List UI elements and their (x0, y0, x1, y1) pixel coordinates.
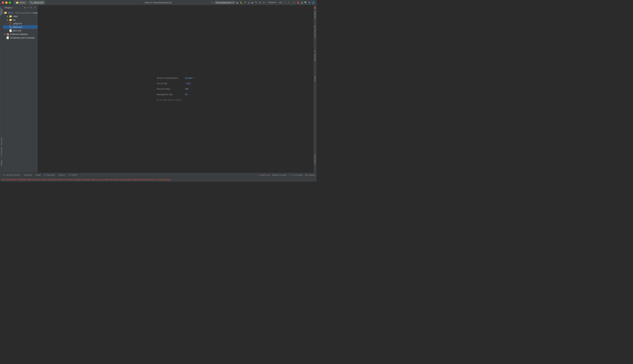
git-check-icon[interactable]: ✓ (283, 1, 286, 4)
tree-idea[interactable]: ▶ 📁 .idea (3, 14, 38, 18)
plantuml-badge (314, 50, 315, 52)
bottom-right-area: ⚠ Event Log JRebel Console 7 ↑ / no remo… (258, 174, 315, 176)
word-book-tab[interactable]: Word Book (313, 154, 316, 165)
settings-gear-icon[interactable]: ⚙ (30, 6, 33, 9)
main-toolbar: ⬡ DemoApplication ▾ ▶ 🐛 ☂ ◎ ▶ 🔨 ⚙ ↻ JReb… (211, 1, 314, 4)
spring-tab[interactable]: Spring (57, 173, 67, 177)
go-to-file-label: Go to File (157, 82, 183, 85)
idea-arrow: ▶ (7, 15, 9, 17)
tree-src[interactable]: ▶ 📁 src (3, 18, 38, 22)
todo-num: 6: (69, 174, 71, 176)
project-panel: Project ▾ ⊕ ≡ ⚙ ✕ ▾ 📁 demo ~/Downloads/d… (3, 5, 38, 172)
jrebel-console-item[interactable]: JRebel Console (272, 174, 286, 176)
traffic-lights[interactable] (2, 2, 11, 4)
navigation-bar-shortcut: ⌘↑ (185, 93, 188, 96)
demo-iml-tab[interactable]: 🔧 demo.iml (28, 0, 45, 5)
window-title: demo [~/Downloads/demo] (145, 1, 172, 4)
todo-tab[interactable]: 6: TODO (67, 173, 79, 177)
layout-icon[interactable]: ▤ (300, 1, 303, 4)
project-tab[interactable]: 📁 demo (14, 0, 27, 5)
profile-button[interactable]: ◎ (247, 1, 250, 4)
git-info-item[interactable]: 7 ↑ / no remote (289, 174, 302, 176)
search-everywhere-icon[interactable]: 🔍 (304, 1, 307, 4)
project-panel-tab[interactable]: Project (0, 7, 3, 16)
git-branch-item[interactable]: Git: master (305, 174, 315, 176)
terminal-tab[interactable]: Terminal (22, 173, 34, 177)
bookmark-icon[interactable]: 🔖 (296, 1, 299, 4)
locate-icon[interactable]: ⊕ (24, 6, 26, 9)
version-control-tab[interactable]: 9: Version Control (2, 173, 22, 177)
build-tab[interactable]: Build (34, 173, 42, 177)
status-bar: Auto fetch failed // ERROR: Repository n… (0, 177, 316, 182)
tree-scratches[interactable]: ▶ 📝 Scratches and Consoles (3, 36, 38, 40)
tree-root[interactable]: ▾ 📁 demo ~/Downloads/demo master (3, 11, 38, 14)
root-folder-icon: 📁 (4, 11, 7, 14)
run-button[interactable]: ▶ (236, 1, 239, 4)
extlibs-icon: 📚 (7, 33, 10, 36)
run-configuration[interactable]: DemoApplication ▾ (214, 1, 235, 4)
jrebel-label[interactable]: JRebel ▾ (268, 1, 276, 4)
navigation-bar-label: Navigation Bar (157, 93, 183, 96)
search-everywhere-hint[interactable]: Search Everywhere Double ⇧ (157, 76, 195, 80)
recent-files-hint[interactable]: Recent Files ⌘E (157, 88, 195, 90)
build-icon[interactable]: 🔨 (255, 1, 258, 4)
src-arrow: ▶ (7, 19, 9, 21)
run-stop-button[interactable]: ▶ (251, 1, 254, 4)
navigate-back-icon[interactable]: ⬡ (211, 1, 214, 4)
collapse-all-icon[interactable]: ≡ (27, 6, 29, 9)
drop-files-label: Drop files here to open (157, 98, 183, 101)
minimize-button[interactable] (5, 2, 8, 4)
error-icon: ⚠ (258, 174, 260, 176)
services-num: 8: (44, 174, 46, 176)
panel-arrow[interactable]: ▾ (13, 6, 13, 9)
maven-tab[interactable]: Maven (313, 75, 316, 83)
navigation-bar-hint[interactable]: Navigation Bar ⌘↑ (157, 93, 195, 96)
git-info-label: 7 ↑ / no remote (289, 174, 302, 176)
favorites-tab[interactable]: 2: Favorites (0, 146, 3, 158)
undo-icon[interactable]: ↩ (293, 1, 296, 4)
structure-tab[interactable]: Structure (0, 136, 3, 146)
sync-icon[interactable]: ↻ (262, 1, 265, 4)
jrebel-console-label: JRebel Console (272, 174, 286, 176)
idea-folder-icon: 📁 (9, 15, 12, 18)
gitignore-label: .gitignore (13, 22, 22, 25)
event-log-item[interactable]: ⚠ Event Log (258, 174, 270, 176)
maximize-button[interactable] (9, 2, 11, 4)
pom-icon: 📄 (9, 29, 12, 32)
build2-icon[interactable]: ⚙ (259, 1, 262, 4)
toolbar-divider3 (291, 1, 291, 4)
git-check2-icon[interactable]: ✓ (287, 1, 290, 4)
right-side-strip: Database Key Promoter X PlantUML Maven W… (313, 5, 316, 172)
tree-demo-iml[interactable]: 🔧 demo.iml (3, 25, 38, 29)
vc-label: Version Control (6, 174, 20, 176)
spring-label: Spring (59, 174, 65, 176)
src-folder-icon: 📁 (9, 18, 12, 21)
src-label: src (13, 19, 16, 21)
search-everywhere-label: Search Everywhere (157, 76, 183, 80)
settings-icon[interactable]: ⚙ (308, 1, 311, 4)
toolbar-divider2 (278, 1, 278, 4)
bottom-tabs-bar: 9: Version Control Terminal Build 8: Ser… (0, 172, 316, 177)
panel-actions: ⊕ ≡ ⚙ ✕ (24, 6, 36, 9)
user-icon[interactable]: 👤 (311, 1, 314, 4)
tree-external-libs[interactable]: ▶ 📚 External Libraries (3, 32, 38, 36)
plantuml-tab[interactable]: PlantUML (313, 52, 316, 62)
services-tab[interactable]: 8: Services (42, 173, 57, 177)
gitignore-icon: 🚫 (9, 22, 12, 25)
todo-label: TODO (71, 174, 77, 176)
jrebel-tab[interactable]: JRebel (0, 159, 3, 167)
panel-header: Project ▾ ⊕ ≡ ⚙ ✕ (3, 5, 38, 10)
database-tab[interactable]: Database (314, 10, 316, 20)
tree-pom[interactable]: 📄 pom.xml (3, 29, 38, 32)
close-button[interactable] (2, 2, 4, 4)
git-branch-label: Git: master (305, 174, 315, 176)
git-label: Git: (279, 2, 282, 4)
key-promoter-tab[interactable]: Key Promoter X (313, 24, 316, 40)
go-to-file-hint[interactable]: Go to File ⇧⌘O (157, 82, 195, 85)
hide-panel-icon[interactable]: ✕ (33, 6, 36, 9)
services-label: Services (47, 174, 55, 176)
debug-button[interactable]: 🐛 (240, 1, 243, 4)
coverage-button[interactable]: ☂ (244, 1, 247, 4)
recent-files-label: Recent Files (157, 88, 183, 90)
tree-gitignore[interactable]: 🚫 .gitignore (3, 22, 38, 25)
